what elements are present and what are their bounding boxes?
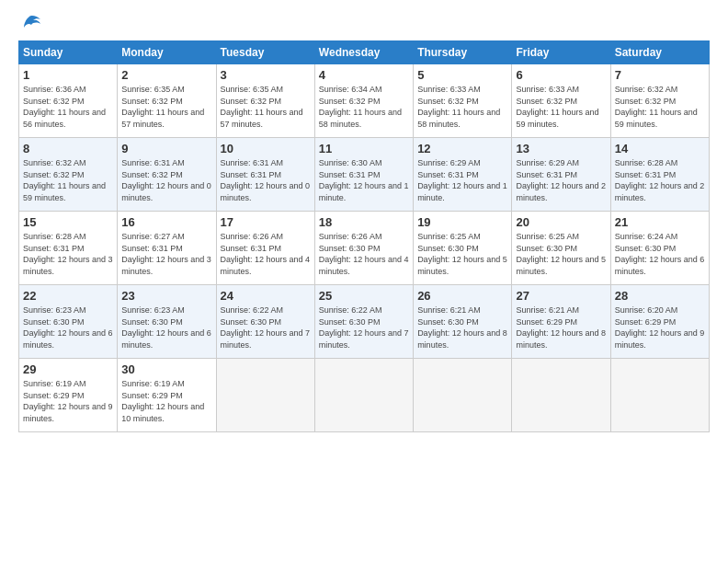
day-info: Sunrise: 6:26 AMSunset: 6:31 PMDaylight:… — [221, 231, 311, 277]
day-info: Sunrise: 6:21 AMSunset: 6:30 PMDaylight:… — [417, 304, 507, 350]
day-header-sunday: Sunday — [19, 41, 118, 64]
day-number: 28 — [615, 289, 705, 303]
day-cell: 12Sunrise: 6:29 AMSunset: 6:31 PMDayligh… — [414, 138, 512, 212]
day-info: Sunrise: 6:29 AMSunset: 6:31 PMDaylight:… — [516, 157, 606, 203]
day-number: 21 — [615, 215, 705, 229]
day-number: 4 — [319, 68, 409, 82]
week-row-4: 22Sunrise: 6:23 AMSunset: 6:30 PMDayligh… — [19, 285, 710, 359]
day-number: 12 — [417, 142, 507, 155]
day-cell: 9Sunrise: 6:31 AMSunset: 6:32 PMDaylight… — [118, 138, 216, 212]
day-number: 17 — [221, 215, 311, 229]
day-cell: 2Sunrise: 6:35 AMSunset: 6:32 PMDaylight… — [118, 64, 216, 138]
day-cell: 10Sunrise: 6:31 AMSunset: 6:31 PMDayligh… — [216, 138, 314, 212]
day-header-thursday: Thursday — [414, 41, 512, 64]
day-cell: 27Sunrise: 6:21 AMSunset: 6:29 PMDayligh… — [512, 285, 610, 359]
day-number: 24 — [221, 289, 311, 303]
day-info: Sunrise: 6:27 AMSunset: 6:31 PMDaylight:… — [121, 231, 211, 277]
day-number: 7 — [615, 68, 705, 82]
day-cell: 22Sunrise: 6:23 AMSunset: 6:30 PMDayligh… — [19, 285, 118, 359]
day-info: Sunrise: 6:22 AMSunset: 6:30 PMDaylight:… — [319, 304, 409, 350]
day-cell: 23Sunrise: 6:23 AMSunset: 6:30 PMDayligh… — [118, 285, 216, 359]
day-info: Sunrise: 6:28 AMSunset: 6:31 PMDaylight:… — [23, 231, 113, 277]
day-number: 8 — [23, 142, 113, 155]
day-header-tuesday: Tuesday — [216, 41, 314, 64]
day-number: 25 — [319, 289, 409, 303]
day-header-saturday: Saturday — [610, 41, 709, 64]
day-number: 3 — [221, 68, 311, 82]
week-row-2: 8Sunrise: 6:32 AMSunset: 6:32 PMDaylight… — [19, 138, 710, 212]
day-cell: 28Sunrise: 6:20 AMSunset: 6:29 PMDayligh… — [610, 285, 709, 359]
day-cell — [512, 359, 610, 432]
day-info: Sunrise: 6:35 AMSunset: 6:32 PMDaylight:… — [221, 84, 311, 130]
day-info: Sunrise: 6:19 AMSunset: 6:29 PMDaylight:… — [23, 378, 113, 424]
day-number: 14 — [615, 142, 705, 155]
day-header-friday: Friday — [512, 41, 610, 64]
day-number: 23 — [121, 289, 211, 303]
day-info: Sunrise: 6:25 AMSunset: 6:30 PMDaylight:… — [516, 231, 606, 277]
day-info: Sunrise: 6:24 AMSunset: 6:30 PMDaylight:… — [615, 231, 705, 277]
day-info: Sunrise: 6:34 AMSunset: 6:32 PMDaylight:… — [319, 84, 409, 130]
day-header-monday: Monday — [118, 41, 216, 64]
day-cell: 14Sunrise: 6:28 AMSunset: 6:31 PMDayligh… — [610, 138, 709, 212]
day-cell: 6Sunrise: 6:33 AMSunset: 6:32 PMDaylight… — [512, 64, 610, 138]
day-info: Sunrise: 6:32 AMSunset: 6:32 PMDaylight:… — [23, 157, 113, 203]
day-cell: 11Sunrise: 6:30 AMSunset: 6:31 PMDayligh… — [314, 138, 413, 212]
day-cell: 25Sunrise: 6:22 AMSunset: 6:30 PMDayligh… — [314, 285, 413, 359]
day-number: 15 — [23, 215, 113, 229]
day-number: 18 — [319, 215, 409, 229]
header — [18, 15, 710, 29]
day-cell: 17Sunrise: 6:26 AMSunset: 6:31 PMDayligh… — [216, 212, 314, 285]
day-cell: 18Sunrise: 6:26 AMSunset: 6:30 PMDayligh… — [314, 212, 413, 285]
day-cell: 4Sunrise: 6:34 AMSunset: 6:32 PMDaylight… — [314, 64, 413, 138]
day-info: Sunrise: 6:33 AMSunset: 6:32 PMDaylight:… — [417, 84, 507, 130]
day-cell: 20Sunrise: 6:25 AMSunset: 6:30 PMDayligh… — [512, 212, 610, 285]
day-cell: 16Sunrise: 6:27 AMSunset: 6:31 PMDayligh… — [118, 212, 216, 285]
day-number: 1 — [23, 68, 113, 82]
day-info: Sunrise: 6:26 AMSunset: 6:30 PMDaylight:… — [319, 231, 409, 277]
day-info: Sunrise: 6:33 AMSunset: 6:32 PMDaylight:… — [516, 84, 606, 130]
day-info: Sunrise: 6:19 AMSunset: 6:29 PMDaylight:… — [121, 378, 211, 424]
day-number: 19 — [417, 215, 507, 229]
day-cell — [414, 359, 512, 432]
day-info: Sunrise: 6:21 AMSunset: 6:29 PMDaylight:… — [516, 304, 606, 350]
day-cell: 5Sunrise: 6:33 AMSunset: 6:32 PMDaylight… — [414, 64, 512, 138]
day-number: 30 — [121, 362, 211, 376]
day-number: 26 — [417, 289, 507, 303]
week-row-1: 1Sunrise: 6:36 AMSunset: 6:32 PMDaylight… — [19, 64, 710, 138]
day-cell: 1Sunrise: 6:36 AMSunset: 6:32 PMDaylight… — [19, 64, 118, 138]
day-info: Sunrise: 6:23 AMSunset: 6:30 PMDaylight:… — [121, 304, 211, 350]
day-cell: 7Sunrise: 6:32 AMSunset: 6:32 PMDaylight… — [610, 64, 709, 138]
day-info: Sunrise: 6:22 AMSunset: 6:30 PMDaylight:… — [221, 304, 311, 350]
day-number: 6 — [516, 68, 606, 82]
logo-bird-icon — [22, 15, 42, 33]
day-number: 27 — [516, 289, 606, 303]
day-number: 22 — [23, 289, 113, 303]
day-number: 9 — [121, 142, 211, 155]
week-row-3: 15Sunrise: 6:28 AMSunset: 6:31 PMDayligh… — [19, 212, 710, 285]
day-cell: 8Sunrise: 6:32 AMSunset: 6:32 PMDaylight… — [19, 138, 118, 212]
day-cell: 29Sunrise: 6:19 AMSunset: 6:29 PMDayligh… — [19, 359, 118, 432]
calendar-table: SundayMondayTuesdayWednesdayThursdayFrid… — [18, 40, 710, 432]
day-number: 29 — [23, 362, 113, 376]
day-cell: 26Sunrise: 6:21 AMSunset: 6:30 PMDayligh… — [414, 285, 512, 359]
days-header-row: SundayMondayTuesdayWednesdayThursdayFrid… — [19, 41, 710, 64]
day-number: 2 — [121, 68, 211, 82]
day-info: Sunrise: 6:32 AMSunset: 6:32 PMDaylight:… — [615, 84, 705, 130]
day-number: 11 — [319, 142, 409, 155]
day-cell — [314, 359, 413, 432]
day-cell: 19Sunrise: 6:25 AMSunset: 6:30 PMDayligh… — [414, 212, 512, 285]
day-number: 5 — [417, 68, 507, 82]
day-cell: 24Sunrise: 6:22 AMSunset: 6:30 PMDayligh… — [216, 285, 314, 359]
day-number: 20 — [516, 215, 606, 229]
day-info: Sunrise: 6:31 AMSunset: 6:31 PMDaylight:… — [221, 157, 311, 203]
day-info: Sunrise: 6:36 AMSunset: 6:32 PMDaylight:… — [23, 84, 113, 130]
week-row-5: 29Sunrise: 6:19 AMSunset: 6:29 PMDayligh… — [19, 359, 710, 432]
day-header-wednesday: Wednesday — [314, 41, 413, 64]
day-cell: 15Sunrise: 6:28 AMSunset: 6:31 PMDayligh… — [19, 212, 118, 285]
day-cell: 3Sunrise: 6:35 AMSunset: 6:32 PMDaylight… — [216, 64, 314, 138]
day-cell — [216, 359, 314, 432]
day-info: Sunrise: 6:23 AMSunset: 6:30 PMDaylight:… — [23, 304, 113, 350]
day-cell: 30Sunrise: 6:19 AMSunset: 6:29 PMDayligh… — [118, 359, 216, 432]
day-info: Sunrise: 6:20 AMSunset: 6:29 PMDaylight:… — [615, 304, 705, 350]
day-number: 13 — [516, 142, 606, 155]
